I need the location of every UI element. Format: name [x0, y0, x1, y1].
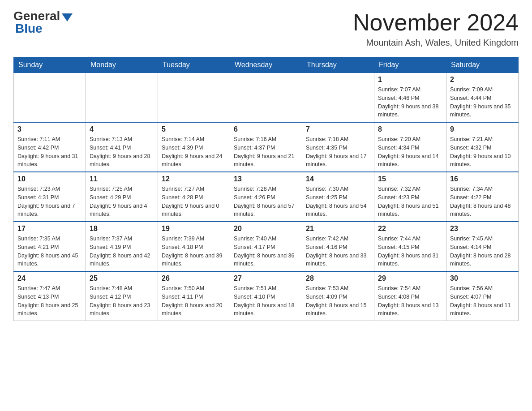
- table-row: 22Sunrise: 7:44 AMSunset: 4:15 PMDayligh…: [374, 222, 446, 271]
- day-number: 30: [450, 274, 515, 283]
- day-number: 23: [450, 225, 515, 233]
- table-row: 19Sunrise: 7:39 AMSunset: 4:18 PMDayligh…: [158, 222, 230, 271]
- day-info: Sunrise: 7:48 AMSunset: 4:12 PMDaylight:…: [90, 284, 154, 318]
- logo-arrow-icon: [62, 13, 73, 21]
- weekday-header-tuesday: Tuesday: [158, 57, 230, 73]
- day-number: 8: [378, 125, 442, 133]
- day-number: 24: [17, 274, 82, 283]
- day-info: Sunrise: 7:32 AMSunset: 4:23 PMDaylight:…: [378, 185, 442, 218]
- day-info: Sunrise: 7:35 AMSunset: 4:21 PMDaylight:…: [17, 235, 82, 268]
- table-row: 15Sunrise: 7:32 AMSunset: 4:23 PMDayligh…: [374, 172, 446, 222]
- calendar-table: SundayMondayTuesdayWednesdayThursdayFrid…: [13, 57, 519, 321]
- day-number: 18: [90, 225, 154, 233]
- day-number: 16: [450, 175, 515, 183]
- day-number: 2: [450, 76, 515, 84]
- weekday-header-thursday: Thursday: [302, 57, 374, 73]
- table-row: 25Sunrise: 7:48 AMSunset: 4:12 PMDayligh…: [86, 271, 158, 321]
- day-number: 17: [17, 225, 82, 233]
- table-row: 26Sunrise: 7:50 AMSunset: 4:11 PMDayligh…: [158, 271, 230, 321]
- day-info: Sunrise: 7:56 AMSunset: 4:07 PMDaylight:…: [450, 284, 515, 318]
- day-number: 5: [162, 125, 226, 133]
- day-info: Sunrise: 7:28 AMSunset: 4:26 PMDaylight:…: [234, 185, 298, 218]
- table-row: [86, 73, 158, 123]
- day-info: Sunrise: 7:25 AMSunset: 4:29 PMDaylight:…: [90, 185, 154, 218]
- table-row: 13Sunrise: 7:28 AMSunset: 4:26 PMDayligh…: [230, 172, 302, 222]
- table-row: 23Sunrise: 7:45 AMSunset: 4:14 PMDayligh…: [446, 222, 519, 271]
- table-row: 29Sunrise: 7:54 AMSunset: 4:08 PMDayligh…: [374, 271, 446, 321]
- day-info: Sunrise: 7:47 AMSunset: 4:13 PMDaylight:…: [17, 284, 82, 318]
- day-number: 29: [378, 274, 442, 283]
- day-number: 20: [234, 225, 298, 233]
- day-info: Sunrise: 7:13 AMSunset: 4:41 PMDaylight:…: [90, 135, 154, 169]
- table-row: [14, 73, 86, 123]
- table-row: 8Sunrise: 7:20 AMSunset: 4:34 PMDaylight…: [374, 122, 446, 172]
- table-row: 5Sunrise: 7:14 AMSunset: 4:39 PMDaylight…: [158, 122, 230, 172]
- day-info: Sunrise: 7:45 AMSunset: 4:14 PMDaylight:…: [450, 235, 515, 268]
- table-row: 28Sunrise: 7:53 AMSunset: 4:09 PMDayligh…: [302, 271, 374, 321]
- day-info: Sunrise: 7:11 AMSunset: 4:42 PMDaylight:…: [17, 135, 82, 169]
- table-row: 12Sunrise: 7:27 AMSunset: 4:28 PMDayligh…: [158, 172, 230, 222]
- day-number: 6: [234, 125, 298, 133]
- day-number: 7: [306, 125, 370, 133]
- weekday-header-row: SundayMondayTuesdayWednesdayThursdayFrid…: [14, 57, 519, 73]
- table-row: 3Sunrise: 7:11 AMSunset: 4:42 PMDaylight…: [14, 122, 86, 172]
- table-row: [230, 73, 302, 123]
- weekday-header-sunday: Sunday: [14, 57, 86, 73]
- weekday-header-monday: Monday: [86, 57, 158, 73]
- table-row: 6Sunrise: 7:16 AMSunset: 4:37 PMDaylight…: [230, 122, 302, 172]
- day-info: Sunrise: 7:40 AMSunset: 4:17 PMDaylight:…: [234, 235, 298, 268]
- day-info: Sunrise: 7:07 AMSunset: 4:46 PMDaylight:…: [378, 86, 442, 119]
- table-row: 16Sunrise: 7:34 AMSunset: 4:22 PMDayligh…: [446, 172, 519, 222]
- day-info: Sunrise: 7:34 AMSunset: 4:22 PMDaylight:…: [450, 185, 515, 218]
- logo-blue-text: Blue: [15, 21, 43, 36]
- table-row: 11Sunrise: 7:25 AMSunset: 4:29 PMDayligh…: [86, 172, 158, 222]
- day-number: 10: [17, 175, 82, 183]
- table-row: 18Sunrise: 7:37 AMSunset: 4:19 PMDayligh…: [86, 222, 158, 271]
- day-number: 14: [306, 175, 370, 183]
- day-number: 1: [378, 76, 442, 84]
- title-section: November 2024 Mountain Ash, Wales, Unite…: [353, 9, 519, 48]
- calendar-week-row: 1Sunrise: 7:07 AMSunset: 4:46 PMDaylight…: [14, 73, 519, 123]
- day-info: Sunrise: 7:37 AMSunset: 4:19 PMDaylight:…: [90, 235, 154, 268]
- table-row: 30Sunrise: 7:56 AMSunset: 4:07 PMDayligh…: [446, 271, 519, 321]
- table-row: 9Sunrise: 7:21 AMSunset: 4:32 PMDaylight…: [446, 122, 519, 172]
- day-info: Sunrise: 7:44 AMSunset: 4:15 PMDaylight:…: [378, 235, 442, 268]
- table-row: 2Sunrise: 7:09 AMSunset: 4:44 PMDaylight…: [446, 73, 519, 123]
- day-info: Sunrise: 7:14 AMSunset: 4:39 PMDaylight:…: [162, 135, 226, 169]
- day-info: Sunrise: 7:09 AMSunset: 4:44 PMDaylight:…: [450, 86, 515, 119]
- day-number: 12: [162, 175, 226, 183]
- day-number: 4: [90, 125, 154, 133]
- day-info: Sunrise: 7:53 AMSunset: 4:09 PMDaylight:…: [306, 284, 370, 318]
- day-info: Sunrise: 7:39 AMSunset: 4:18 PMDaylight:…: [162, 235, 226, 268]
- day-number: 27: [234, 274, 298, 283]
- table-row: 24Sunrise: 7:47 AMSunset: 4:13 PMDayligh…: [14, 271, 86, 321]
- day-info: Sunrise: 7:20 AMSunset: 4:34 PMDaylight:…: [378, 135, 442, 169]
- calendar-week-row: 24Sunrise: 7:47 AMSunset: 4:13 PMDayligh…: [14, 271, 519, 321]
- day-number: 28: [306, 274, 370, 283]
- table-row: 14Sunrise: 7:30 AMSunset: 4:25 PMDayligh…: [302, 172, 374, 222]
- table-row: [302, 73, 374, 123]
- day-number: 25: [90, 274, 154, 283]
- table-row: 10Sunrise: 7:23 AMSunset: 4:31 PMDayligh…: [14, 172, 86, 222]
- day-info: Sunrise: 7:54 AMSunset: 4:08 PMDaylight:…: [378, 284, 442, 318]
- table-row: 4Sunrise: 7:13 AMSunset: 4:41 PMDaylight…: [86, 122, 158, 172]
- day-info: Sunrise: 7:16 AMSunset: 4:37 PMDaylight:…: [234, 135, 298, 169]
- day-info: Sunrise: 7:51 AMSunset: 4:10 PMDaylight:…: [234, 284, 298, 318]
- table-row: 21Sunrise: 7:42 AMSunset: 4:16 PMDayligh…: [302, 222, 374, 271]
- weekday-header-wednesday: Wednesday: [230, 57, 302, 73]
- day-number: 22: [378, 225, 442, 233]
- day-number: 3: [17, 125, 82, 133]
- day-number: 26: [162, 274, 226, 283]
- table-row: 7Sunrise: 7:18 AMSunset: 4:35 PMDaylight…: [302, 122, 374, 172]
- day-number: 13: [234, 175, 298, 183]
- weekday-header-friday: Friday: [374, 57, 446, 73]
- day-info: Sunrise: 7:27 AMSunset: 4:28 PMDaylight:…: [162, 185, 226, 218]
- day-info: Sunrise: 7:30 AMSunset: 4:25 PMDaylight:…: [306, 185, 370, 218]
- calendar-week-row: 10Sunrise: 7:23 AMSunset: 4:31 PMDayligh…: [14, 172, 519, 222]
- day-number: 9: [450, 125, 515, 133]
- day-info: Sunrise: 7:21 AMSunset: 4:32 PMDaylight:…: [450, 135, 515, 169]
- day-info: Sunrise: 7:42 AMSunset: 4:16 PMDaylight:…: [306, 235, 370, 268]
- logo: General Blue: [13, 9, 73, 36]
- month-title: November 2024: [353, 9, 519, 36]
- day-number: 19: [162, 225, 226, 233]
